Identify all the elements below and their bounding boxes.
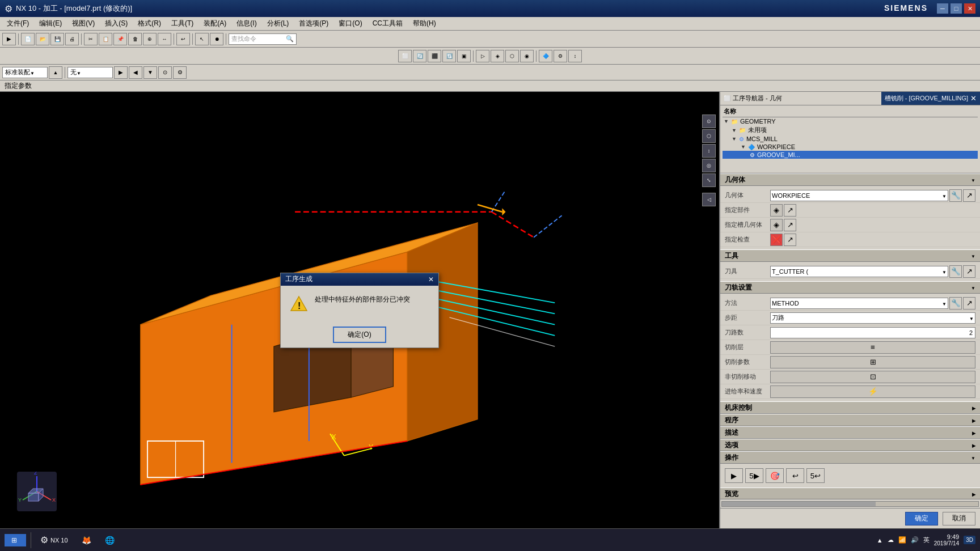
- tray-up-arrow[interactable]: ▲: [877, 537, 883, 544]
- viewport[interactable]: X Y X Y Z: [0, 92, 719, 528]
- cut-levels-btn[interactable]: ≡: [770, 341, 975, 354]
- view-btn2[interactable]: 🔄: [413, 50, 426, 62]
- action-play-btn[interactable]: ▶: [725, 468, 743, 483]
- history-btn[interactable]: ⏺: [210, 33, 223, 45]
- maximize-button[interactable]: □: [951, 3, 962, 14]
- specify-part-btn1[interactable]: ◈: [770, 204, 783, 217]
- horizontal-scrollbar[interactable]: [721, 501, 979, 507]
- new-btn[interactable]: 📄: [21, 33, 35, 45]
- specify-check-view-btn[interactable]: ↗: [784, 234, 796, 246]
- tb3-btn4[interactable]: ▼: [143, 66, 157, 79]
- view-btn1[interactable]: ⬜: [398, 50, 412, 62]
- tool-section-header[interactable]: 工具: [720, 249, 980, 262]
- save-btn[interactable]: 💾: [50, 33, 64, 45]
- close-button[interactable]: ✕: [964, 3, 975, 14]
- tb3-btn5[interactable]: ⊙: [158, 66, 172, 79]
- search-box[interactable]: 查找命令 🔍: [229, 33, 297, 45]
- dialog-ok-button[interactable]: 确定(O): [333, 327, 386, 343]
- taskbar-ie[interactable]: 🌐: [100, 533, 119, 547]
- geometry-edit-btn[interactable]: 🔧: [949, 189, 962, 202]
- copy-btn[interactable]: 📋: [99, 33, 112, 45]
- cut-btn[interactable]: ✂: [84, 33, 98, 45]
- description-section-header[interactable]: 描述: [720, 426, 980, 439]
- tool-edit-btn[interactable]: 🔧: [949, 265, 962, 278]
- tb3-btn3[interactable]: ◀: [129, 66, 142, 79]
- menu-edit[interactable]: 编辑(E): [35, 18, 66, 29]
- panel-close-btn[interactable]: ✕: [970, 94, 977, 103]
- panel-cancel-button[interactable]: 取消: [943, 512, 975, 525]
- open-btn[interactable]: 📂: [36, 33, 49, 45]
- menu-view[interactable]: 视图(V): [67, 18, 99, 29]
- preview-section-header[interactable]: 预览: [720, 488, 980, 499]
- action-undo-btn[interactable]: ↩: [786, 468, 804, 483]
- snap-btn[interactable]: ⊕: [143, 33, 157, 45]
- view-btn4[interactable]: 🔃: [442, 50, 456, 62]
- menu-tools[interactable]: 工具(T): [167, 18, 198, 29]
- view-btn9[interactable]: ◉: [520, 50, 534, 62]
- nav-groove-mill[interactable]: ⚙ GROOVE_MI...: [723, 151, 978, 159]
- action-step-play-btn[interactable]: 5▶: [745, 468, 763, 483]
- nav-geometry[interactable]: ▼ 📁 GEOMETRY: [723, 117, 978, 125]
- minimize-button[interactable]: ─: [937, 3, 948, 14]
- view-btn11[interactable]: ⚙: [554, 50, 567, 62]
- menu-info[interactable]: 信息(I): [232, 18, 261, 29]
- menu-analysis[interactable]: 分析(L): [263, 18, 294, 29]
- menu-preferences[interactable]: 首选项(P): [294, 18, 333, 29]
- geometry-dropdown[interactable]: WORKPIECE: [770, 190, 948, 201]
- tool-dropdown[interactable]: T_CUTTER (: [770, 266, 948, 277]
- cut-params-btn[interactable]: ⊞: [770, 356, 975, 368]
- non-cut-btn[interactable]: ⊡: [770, 371, 975, 383]
- specify-check-btn[interactable]: ❌: [770, 234, 783, 246]
- start-btn[interactable]: ▶: [2, 33, 16, 45]
- menu-window[interactable]: 窗口(O): [334, 18, 366, 29]
- specify-groove-btn1[interactable]: ◈: [770, 219, 783, 231]
- tb3-btn2[interactable]: ▶: [114, 66, 128, 79]
- move-btn[interactable]: ↔: [158, 33, 171, 45]
- nav-unused[interactable]: ▼ 📁 未用项: [723, 125, 978, 135]
- toolbar3-dropdown1[interactable]: 标准装配: [2, 67, 48, 78]
- paste-btn[interactable]: 📌: [113, 33, 127, 45]
- print-btn[interactable]: 🖨: [65, 33, 79, 45]
- actions-section-header[interactable]: 操作: [720, 451, 980, 464]
- menu-format[interactable]: 格式(R): [133, 18, 166, 29]
- machine-section-header[interactable]: 机床控制: [720, 401, 980, 414]
- menu-assembly[interactable]: 装配(A): [199, 18, 231, 29]
- expand-unused[interactable]: ▼: [732, 128, 737, 133]
- delete-btn[interactable]: 🗑: [128, 33, 142, 45]
- nav-mcs-mill[interactable]: ▼ ⚙ MCS_MILL: [723, 135, 978, 143]
- view-btn10[interactable]: 🔷: [539, 50, 552, 62]
- menu-cc-tools[interactable]: CC工具箱: [368, 18, 407, 29]
- specify-groove-btn2[interactable]: ↗: [784, 219, 796, 231]
- action-target-btn[interactable]: 🎯: [766, 468, 784, 483]
- panel-ok-button[interactable]: 确定: [905, 512, 938, 525]
- step-dropdown[interactable]: 刀路: [770, 312, 975, 324]
- specify-part-btn2[interactable]: ↗: [784, 204, 796, 217]
- view-btn12[interactable]: ↕: [568, 50, 582, 62]
- method-edit-btn[interactable]: 🔧: [949, 297, 962, 310]
- program-section-header[interactable]: 程序: [720, 414, 980, 426]
- select-btn[interactable]: ↖: [195, 33, 209, 45]
- geometry-view-btn[interactable]: ↗: [963, 189, 975, 202]
- view-btn8[interactable]: ⬡: [505, 50, 519, 62]
- taskbar-browser[interactable]: 🦊: [77, 533, 96, 547]
- menu-help[interactable]: 帮助(H): [408, 18, 441, 29]
- view-btn3[interactable]: ⬛: [428, 50, 441, 62]
- start-button[interactable]: ⊞: [5, 534, 26, 546]
- taskbar-nx-item[interactable]: ⚙ NX 10: [36, 532, 73, 548]
- method-dropdown[interactable]: METHOD: [770, 298, 948, 309]
- toolbar3-dropdown2[interactable]: 无: [67, 67, 113, 78]
- dialog-close-btn[interactable]: ✕: [428, 276, 434, 283]
- view-btn6[interactable]: ▷: [476, 50, 489, 62]
- expand-geometry[interactable]: ▼: [724, 118, 729, 124]
- view-btn7[interactable]: ◈: [491, 50, 504, 62]
- view-btn5[interactable]: ▣: [457, 50, 471, 62]
- undo-btn[interactable]: ↩: [176, 33, 190, 45]
- options-section-header[interactable]: 选项: [720, 439, 980, 451]
- geometry-section-header[interactable]: 几何体: [720, 173, 980, 186]
- method-view-btn[interactable]: ↗: [963, 297, 975, 310]
- tb3-btn6[interactable]: ⚙: [173, 66, 187, 79]
- nav-workpiece[interactable]: ▼ 🔷 WORKPIECE: [723, 143, 978, 151]
- toolpath-section-header[interactable]: 刀轨设置: [720, 281, 980, 294]
- menu-file[interactable]: 文件(F): [2, 18, 33, 29]
- expand-workpiece[interactable]: ▼: [741, 144, 746, 150]
